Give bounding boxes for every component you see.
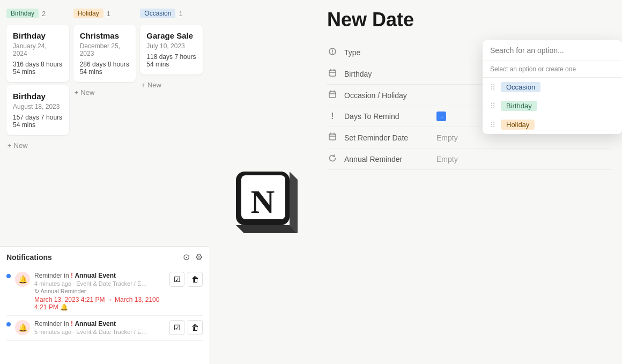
notif-exclaim: ! — [71, 320, 73, 328]
svg-text:N: N — [251, 183, 275, 220]
svg-rect-7 — [329, 92, 336, 98]
calendar-icon-3 — [327, 132, 338, 143]
card-title: Garage Sale — [146, 31, 196, 40]
notif-actions: ☑ 🗑 — [169, 320, 203, 335]
card-date: December 25, 2023 — [80, 42, 130, 57]
option-tag-holiday: Holiday — [501, 120, 535, 130]
arrow-badge: → — [436, 112, 446, 121]
notif-content-2: Reminder in ! Annual Event 5 minutes ago… — [34, 320, 165, 336]
notif-icons: ⊙ ⚙ — [183, 252, 203, 262]
card-duration: 118 days 7 hours 54 mins — [146, 53, 196, 68]
notif-filter-icon[interactable]: ⊙ — [183, 252, 190, 262]
prop-label-annual-reminder: Annual Reminder — [344, 155, 430, 164]
plus-icon: + — [141, 81, 145, 89]
drag-dots-icon: ⠿ — [490, 83, 495, 92]
calendar-icon-2 — [327, 90, 338, 100]
card-date: July 10, 2023 — [146, 42, 196, 50]
right-panel: New Date Type Birthday — [316, 0, 622, 364]
notion-block-svg: N — [228, 164, 298, 233]
option-tag-occasion: Occasion — [501, 82, 540, 92]
card-title: Birthday — [13, 92, 63, 101]
notif-label: Reminder in — [34, 272, 71, 279]
new-birthday-button[interactable]: + New — [6, 138, 69, 153]
prop-label-type: Type — [344, 48, 430, 57]
calendar-icon — [327, 69, 338, 79]
notif-dates: March 13, 2023 4:21 PM → March 13, 21004… — [34, 296, 165, 311]
notif-delete-button[interactable]: 🗑 — [188, 272, 203, 287]
col-header-occasion: Occasion 1 — [140, 6, 203, 21]
prop-label-birthday: Birthday — [344, 70, 430, 78]
dropdown-search[interactable] — [483, 40, 622, 61]
left-panel: Birthday 2 Birthday January 24, 2024 316… — [0, 0, 209, 364]
svg-rect-8 — [329, 134, 336, 140]
notif-item-2: 🔔 Reminder in ! Annual Event 5 minutes a… — [6, 316, 203, 341]
card-duration: 316 days 8 hours 54 mins — [13, 61, 63, 76]
notif-exclaim: ! — [71, 272, 73, 279]
card-duration: 157 days 7 hours 54 mins — [13, 114, 63, 129]
notif-settings-icon[interactable]: ⚙ — [195, 252, 203, 262]
kanban-card-occasion-1[interactable]: Garage Sale July 10, 2023 118 days 7 hou… — [140, 25, 203, 75]
prop-value-empty-1: Empty — [436, 133, 458, 142]
notif-line1: Reminder in ! Annual Event — [34, 320, 165, 328]
notif-actions: ☑ 🗑 — [169, 272, 203, 287]
option-tag-birthday: Birthday — [501, 101, 537, 111]
kanban-card-birthday-1[interactable]: Birthday January 24, 2024 316 days 8 hou… — [6, 25, 69, 82]
plus-icon: + — [75, 88, 79, 96]
kanban-col-holiday: Holiday 1 Christmas December 25, 2023 28… — [73, 6, 136, 242]
card-date: August 18, 2023 — [13, 103, 63, 110]
col-header-birthday: Birthday 2 — [6, 6, 69, 21]
exclaim-icon: ! — [327, 112, 338, 121]
notif-check-button[interactable]: ☑ — [169, 320, 184, 335]
new-birthday-label: New — [14, 142, 28, 150]
notif-unread-dot — [6, 274, 11, 278]
svg-marker-3 — [290, 172, 298, 233]
col-header-holiday: Holiday 1 — [73, 6, 136, 21]
notif-bold: Annual Event — [75, 320, 116, 328]
new-holiday-button[interactable]: + New — [73, 85, 136, 100]
notifications-panel: Notifications ⊙ ⚙ 🔔 Reminder in ! Annual… — [0, 246, 209, 364]
center-panel: N — [209, 0, 316, 364]
notif-check-button[interactable]: ☑ — [169, 272, 184, 287]
prop-label-set-reminder: Set Reminder Date — [344, 133, 430, 142]
notif-alarm-icon: 🔔 — [15, 272, 30, 287]
card-title: Birthday — [13, 31, 63, 40]
notif-meta: 5 minutes ago · Event & Date Tracker / E… — [34, 329, 165, 335]
notif-delete-button[interactable]: 🗑 — [188, 320, 203, 335]
dropdown-item-birthday[interactable]: ⠿ Birthday — [483, 96, 622, 115]
svg-rect-6 — [329, 70, 336, 76]
dropdown-item-occasion[interactable]: ⠿ Occasion — [483, 78, 622, 96]
notif-alarm-icon: 🔔 — [15, 320, 30, 335]
drag-dots-icon: ⠿ — [490, 121, 495, 129]
prop-value-arrow: → — [436, 112, 446, 121]
notif-meta: 4 minutes ago · Event & Date Tracker / E… — [34, 280, 165, 287]
card-title: Christmas — [80, 31, 130, 40]
notif-item-1: 🔔 Reminder in ! Annual Event 4 minutes a… — [6, 268, 203, 316]
drag-dots-icon: ⠿ — [490, 102, 495, 110]
new-occasion-button[interactable]: + New — [140, 78, 203, 92]
kanban-card-holiday-1[interactable]: Christmas December 25, 2023 286 days 8 h… — [73, 25, 136, 82]
search-input[interactable] — [490, 46, 614, 55]
new-occasion-label: New — [147, 81, 161, 89]
card-duration: 286 days 8 hours 54 mins — [80, 61, 130, 76]
notif-content-1: Reminder in ! Annual Event 4 minutes ago… — [34, 272, 165, 311]
kanban-card-birthday-2[interactable]: Birthday August 18, 2023 157 days 7 hour… — [6, 85, 69, 135]
dropdown-hint: Select an option or create one — [483, 61, 622, 78]
new-holiday-label: New — [80, 88, 94, 96]
refresh-icon — [327, 154, 338, 164]
notif-header: Notifications ⊙ ⚙ — [6, 252, 203, 262]
notifications-title: Notifications — [6, 253, 52, 262]
type-icon — [327, 47, 338, 57]
col-count-holiday: 1 — [107, 10, 110, 18]
notif-line1: Reminder in ! Annual Event — [34, 272, 165, 279]
new-date-title: New Date — [327, 9, 611, 31]
notif-label: Reminder in — [34, 320, 71, 328]
dropdown-overlay: Select an option or create one ⠿ Occasio… — [483, 40, 622, 134]
main-layout: Birthday 2 Birthday January 24, 2024 316… — [0, 0, 622, 364]
property-row-annual-reminder: Annual Reminder Empty — [327, 148, 611, 170]
kanban-col-birthday: Birthday 2 Birthday January 24, 2024 316… — [6, 6, 69, 242]
notif-bold: Annual Event — [75, 272, 116, 279]
col-tag-holiday: Holiday — [73, 9, 103, 18]
card-date: January 24, 2024 — [13, 42, 63, 57]
dropdown-item-holiday[interactable]: ⠿ Holiday — [483, 115, 622, 134]
svg-marker-4 — [236, 225, 298, 233]
